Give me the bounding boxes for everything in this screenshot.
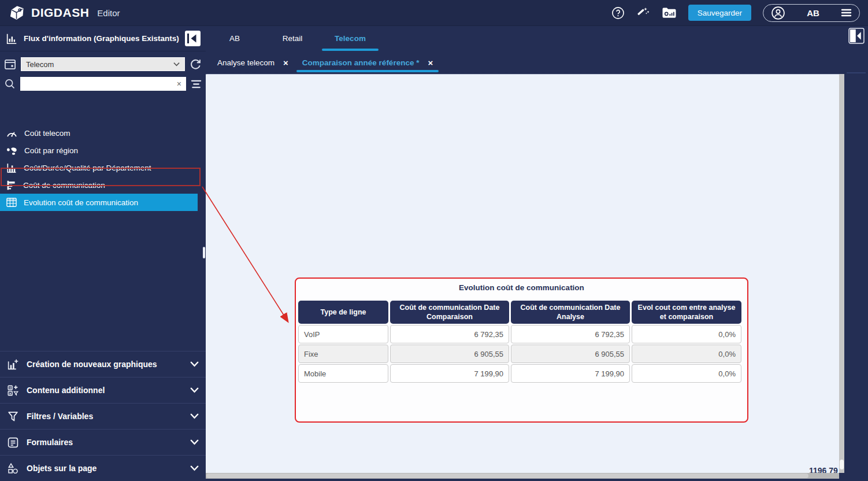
help-icon[interactable] [611, 6, 625, 20]
data-monitor-icon[interactable] [662, 6, 677, 19]
brand: DIGDASH Editor [8, 4, 120, 21]
user-avatar-icon [771, 6, 785, 20]
additional-content-icon [7, 384, 19, 397]
table-icon [6, 197, 17, 208]
close-tab-icon[interactable]: × [428, 58, 433, 67]
table-cell: VoIP [298, 325, 388, 343]
annotated-table-container: Evolution coût de communication Type de … [295, 278, 748, 423]
sidebar-sections: Création de nouveaux graphiques Contenu … [0, 351, 206, 481]
data-model-icon [4, 58, 16, 71]
search-input[interactable] [21, 77, 173, 90]
existing-charts-icon [5, 32, 18, 45]
table-cell: 6 905,55 [511, 345, 630, 363]
table-cell: 6 792,35 [511, 325, 630, 343]
tab-ab[interactable]: AB [206, 26, 264, 51]
gauge-icon [6, 128, 18, 138]
page-tab-label: Comparaison année référence * [302, 58, 420, 67]
column-header: Coût de communication Date Analyse [511, 301, 630, 324]
page-tab-label: Analyse telecom [217, 58, 275, 67]
chevron-down-icon [190, 413, 199, 419]
section-formulaires[interactable]: Formulaires [0, 429, 206, 455]
size-indicator: 1196 79 [809, 466, 838, 473]
column-header: Evol cout com entre analyse et comparais… [632, 301, 741, 324]
clear-search-icon[interactable]: × [173, 80, 186, 88]
tab-telecom[interactable]: Telecom [321, 26, 379, 51]
digdash-logo-icon [8, 4, 25, 21]
chart-item-label: Coût par région [24, 146, 78, 155]
chart-item-cout-par-region[interactable]: Coût par région [0, 142, 206, 159]
section-contenu-additionnel[interactable]: Contenu additionnel [0, 377, 206, 403]
vertical-scrollbar[interactable] [839, 74, 844, 473]
column-header: Type de ligne [298, 301, 388, 324]
brand-name: DIGDASH [31, 6, 89, 20]
chart-item-label: Evolution coût de communication [24, 198, 138, 207]
table-cell: 6 905,55 [390, 345, 509, 363]
table-cell: Fixe [298, 345, 388, 363]
section-filtres-variables[interactable]: Filtres / Variables [0, 403, 206, 429]
user-initials: AB [807, 8, 819, 18]
section-label: Création de nouveaux graphiques [27, 360, 183, 369]
sort-filter-icon[interactable] [191, 79, 202, 89]
evolution-table[interactable]: Type de ligne Coût de communication Date… [298, 301, 741, 383]
page-tab-analyse-telecom[interactable]: Analyse telecom × [210, 51, 295, 74]
dataflow-selector-row: Telecom [4, 57, 202, 71]
section-creation-graphiques[interactable]: Création de nouveaux graphiques [0, 351, 206, 377]
refresh-icon[interactable] [190, 58, 202, 71]
tab-label: Telecom [335, 34, 366, 43]
table-cell: 0,0% [632, 325, 741, 343]
world-map-icon [6, 146, 18, 156]
dataflow-select[interactable]: Telecom [21, 57, 185, 71]
page-tabs: Analyse telecom × Comparaison année réfé… [206, 51, 440, 74]
form-icon [7, 436, 19, 449]
bar-chart-icon [6, 162, 17, 173]
user-menu[interactable]: AB [763, 4, 860, 22]
tab-active-underline [296, 70, 439, 72]
column-header: Coût de communication Date Comparaison [390, 301, 509, 324]
section-objets-page[interactable]: Objets sur la page [0, 455, 206, 481]
table-cell: 7 199,90 [511, 364, 630, 383]
chart-item-label: Coût telecom [24, 129, 71, 138]
page-canvas: Evolution coût de communication Type de … [206, 74, 839, 473]
section-label: Objets sur la page [27, 464, 183, 473]
table-cell: 0,0% [632, 345, 741, 363]
chevron-down-icon [190, 387, 199, 393]
page-tab-comparaison-annee[interactable]: Comparaison année référence * × [295, 51, 440, 74]
sidebar-scrollbar-thumb[interactable] [203, 247, 205, 258]
table-cell: 6 792,35 [390, 325, 509, 343]
table-cell: 7 199,90 [390, 364, 509, 383]
save-button[interactable]: Sauvegarder [688, 5, 751, 21]
vertical-scrollbar-thumb[interactable] [840, 460, 844, 469]
sidebar-header: Flux d'information (Graphiques Existants… [0, 26, 206, 51]
collapse-sidebar-icon[interactable] [185, 31, 201, 46]
chart-item-cout-telecom[interactable]: Coût telecom [0, 124, 206, 142]
tab-retail[interactable]: Retail [264, 26, 321, 51]
funnel-icon [7, 410, 19, 423]
dataflow-select-value: Telecom [26, 60, 54, 69]
rail-divider [847, 72, 866, 73]
section-label: Contenu additionnel [27, 386, 183, 395]
top-bar: DIGDASH Editor [0, 0, 868, 26]
tab-label: Retail [283, 34, 303, 43]
table-cell: 0,0% [632, 364, 741, 383]
table-cell: Mobile [298, 364, 388, 383]
dashboard-tabs: AB Retail Telecom [206, 26, 379, 51]
close-tab-icon[interactable]: × [283, 58, 288, 67]
right-panel-collapsed [844, 26, 868, 481]
shapes-icon [7, 462, 19, 475]
horizontal-scrollbar-thumb[interactable] [206, 473, 808, 478]
chevron-down-icon [190, 361, 199, 367]
menu-icon[interactable] [841, 8, 852, 17]
chart-item-evolution-cout[interactable]: Evolution coût de communication [0, 194, 198, 211]
collapse-right-panel-icon[interactable] [848, 28, 865, 44]
chevron-down-icon [190, 439, 199, 445]
magic-wand-icon[interactable] [636, 6, 650, 20]
chart-item-cout-de-communication[interactable]: Coût de communication [0, 176, 206, 194]
chart-list: Coût telecom Coût par région [0, 124, 206, 211]
chevron-down-icon [190, 465, 199, 471]
horizontal-scrollbar[interactable] [206, 473, 839, 479]
search-box: × [20, 77, 186, 91]
chart-item-cout-duree-qualite[interactable]: Coût/Durée/Qualité par Département [0, 159, 206, 176]
section-label: Filtres / Variables [27, 412, 183, 421]
new-chart-icon [7, 358, 19, 371]
chart-item-label: Coût de communication [23, 181, 105, 190]
